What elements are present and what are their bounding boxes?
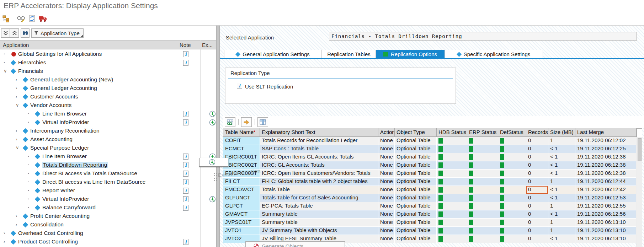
expand-node-icon[interactable]: ›	[4, 239, 5, 244]
records-cell[interactable]: 0	[526, 202, 548, 210]
action-cell[interactable]: None	[378, 194, 395, 202]
action-cell[interactable]: None	[378, 210, 395, 219]
tree-item-label[interactable]: Virtual InfoProvider	[42, 196, 89, 202]
tab-replication-tables[interactable]: Replication Tables	[322, 50, 376, 59]
tree-item[interactable]: ›Intercompany Reconciliation	[0, 127, 216, 135]
action-cell[interactable]: None	[378, 186, 395, 194]
hdb-status-cell[interactable]	[437, 219, 467, 227]
tree-item-label[interactable]: Special Purpose Ledger	[30, 145, 89, 151]
size-cell[interactable]: < 1	[548, 145, 575, 153]
def-status-cell[interactable]	[498, 153, 526, 161]
tree-item-label[interactable]: Financials	[18, 68, 43, 74]
tree-item-label[interactable]: Asset Accounting	[30, 136, 73, 143]
expand-node-icon[interactable]: ›	[16, 128, 17, 133]
erp-status-cell[interactable]	[467, 194, 498, 202]
expand-node-icon[interactable]: ›	[16, 136, 17, 142]
hdb-status-cell[interactable]	[437, 137, 467, 145]
grid-column-header[interactable]: Explanatory Short Text	[260, 128, 378, 137]
action-cell[interactable]: None	[378, 202, 395, 210]
last-merge-cell[interactable]: 19.11.2020 06:12:02	[575, 137, 637, 145]
tree-item[interactable]: ›Overhead Cost Controlling	[0, 229, 216, 238]
tree-item-label[interactable]: Line Item Browser	[42, 111, 87, 117]
last-merge-cell[interactable]: 19.11.2020 06:12:38	[575, 170, 637, 178]
tree-item-label[interactable]: Customer Accounts	[30, 93, 78, 100]
size-cell[interactable]: 1	[548, 227, 575, 235]
table-row[interactable]: GLFUNCTTotals Table for Cost of Sales Ac…	[223, 194, 637, 202]
tree-item[interactable]: ·Report Writeri	[0, 187, 216, 195]
size-cell[interactable]: < 1	[548, 186, 575, 194]
object-type-cell[interactable]: Optional Table	[395, 235, 437, 243]
hdb-status-cell[interactable]	[437, 194, 467, 202]
hdb-status-cell[interactable]	[437, 178, 467, 186]
last-merge-cell[interactable]: 19.11.2020 06:12:42	[575, 186, 637, 194]
action-cell[interactable]: None	[378, 178, 395, 186]
object-type-cell[interactable]: Optional Table	[395, 170, 437, 178]
tree-item[interactable]: ∨Financials	[0, 67, 216, 76]
table-name-cell[interactable]: ECMCT	[223, 145, 260, 153]
table-row[interactable]: GMAVCTSummary tableNoneOptional Table0< …	[223, 210, 637, 219]
tree-item[interactable]: ·Global Settings for All Applicationsi	[0, 50, 216, 59]
hdb-status-cell[interactable]	[437, 227, 467, 235]
tree-item[interactable]: ·Virtual InfoProvideri	[0, 118, 216, 127]
table-row[interactable]: FMCCAVCTTotals TableNoneOptional Table0<…	[223, 186, 637, 194]
action-cell[interactable]: None	[378, 235, 395, 243]
def-status-cell[interactable]	[498, 219, 526, 227]
note-info-icon[interactable]: i	[183, 162, 188, 168]
table-name-cell[interactable]: GLFUNCT	[223, 194, 260, 202]
execute-function-icon[interactable]	[209, 111, 216, 119]
grid-column-header[interactable]: Records	[526, 128, 548, 137]
tree-item[interactable]: ·Line Item Browseri	[0, 110, 216, 118]
table-row[interactable]: JVPSC01TSummary tableNoneOptional Table0…	[223, 219, 637, 227]
grid-column-header[interactable]: DefStatus	[498, 128, 526, 137]
erp-status-cell[interactable]	[467, 210, 498, 219]
tree-item[interactable]: ·Balance Carryforwardi	[0, 204, 216, 212]
last-merge-cell[interactable]: 19.11.2020 06:12:25	[575, 145, 637, 153]
short-text-cell[interactable]: Totals Table	[260, 186, 378, 194]
erp-status-cell[interactable]	[467, 227, 498, 235]
short-text-cell[interactable]: Summary table	[260, 219, 378, 227]
expand-node-icon[interactable]: ›	[16, 213, 17, 219]
find-icon[interactable]	[21, 28, 30, 38]
def-status-cell[interactable]	[498, 137, 526, 145]
last-merge-cell[interactable]: 19.11.2020 06:13:10	[575, 219, 637, 227]
grid-column-header[interactable]: Size (MB)	[548, 128, 575, 137]
tree-item[interactable]: ›Customer Accounts	[0, 93, 216, 101]
tree-item[interactable]: ›Profit Center Accounting	[0, 212, 216, 221]
application-type-filter-button[interactable]: Application Type	[31, 28, 84, 38]
expand-node-icon[interactable]: ›	[16, 77, 17, 82]
tree-item-label[interactable]: Report Writer	[42, 187, 75, 194]
size-cell[interactable]: < 1	[548, 170, 575, 178]
table-row[interactable]: FBICRC001TICRC: Open Items GL Accounts: …	[223, 153, 637, 161]
expand-node-icon[interactable]: ›	[4, 230, 5, 236]
expand-node-icon[interactable]: ›	[16, 94, 17, 99]
tree-item[interactable]: ∨Vendor Accounts	[0, 101, 216, 110]
records-cell[interactable]: 0	[526, 161, 548, 170]
tree-item-label[interactable]: Intercompany Reconciliation	[30, 128, 100, 134]
size-cell[interactable]: 1	[548, 202, 575, 210]
expand-all-button[interactable]	[10, 28, 19, 38]
records-cell[interactable]: 0	[526, 178, 548, 186]
erp-status-cell[interactable]	[467, 178, 498, 186]
action-cell[interactable]: None	[378, 227, 395, 235]
short-text-cell[interactable]: Summary table	[260, 210, 378, 219]
object-type-cell[interactable]: Optional Table	[395, 153, 437, 161]
records-cell[interactable]: 0	[526, 210, 548, 219]
tree-item[interactable]: ›Consolidation	[0, 221, 216, 229]
short-text-cell[interactable]: ICRC: GL Accounts: Totals	[260, 161, 378, 170]
grid-column-header[interactable]: Object Type	[395, 128, 437, 137]
tab-specific-application-settings[interactable]: Specific Application Settings	[445, 50, 543, 59]
size-cell[interactable]: < 1	[548, 194, 575, 202]
note-info-icon[interactable]: i	[183, 205, 188, 211]
def-status-cell[interactable]	[498, 202, 526, 210]
execute-function-icon[interactable]	[209, 159, 215, 167]
records-cell[interactable]: 0	[526, 186, 548, 194]
table-name-cell[interactable]: COFIT	[223, 137, 260, 145]
note-info-icon[interactable]: i	[183, 60, 188, 66]
object-type-cell[interactable]: Optional Table	[395, 145, 437, 153]
refresh-icon[interactable]	[27, 14, 37, 23]
grid-column-header[interactable]: Table Name▴	[223, 128, 260, 137]
tree-item-label[interactable]: Profit Center Accounting	[30, 213, 90, 219]
transfer-arrow-icon[interactable]	[241, 117, 252, 127]
expand-node-icon[interactable]: ›	[16, 222, 17, 227]
choose-columns-icon[interactable]	[257, 117, 268, 127]
